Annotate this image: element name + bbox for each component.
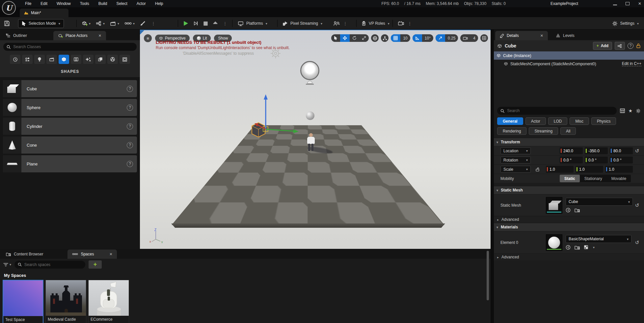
search-spaces-field[interactable] [14, 261, 85, 269]
category-cameras[interactable] [71, 55, 81, 64]
tab-outliner[interactable]: Outliner [1, 31, 32, 40]
space-card-ecommerce[interactable]: ECommerce [88, 280, 129, 323]
space-card-medieval-castle[interactable]: Medieval Castle [45, 280, 86, 323]
tab-main-level[interactable]: Main* [20, 9, 68, 17]
menu-file[interactable]: File [21, 0, 35, 7]
tab-content-browser[interactable]: Content Browser [1, 250, 48, 259]
browse-to-asset-icon[interactable] [575, 208, 580, 213]
scale-z-field[interactable]: 1.0 [605, 166, 633, 173]
selection-mode-dropdown[interactable]: Selection Mode ▾ [18, 19, 64, 28]
display-settings-icon[interactable] [620, 108, 625, 113]
tab-levels[interactable]: Levels [551, 31, 579, 40]
filter-all[interactable]: All [560, 127, 576, 135]
unreal-logo[interactable]: U [2, 1, 16, 15]
filter-streaming[interactable]: Streaming [529, 127, 558, 135]
unlock-icon[interactable] [636, 43, 641, 48]
sequencer-button[interactable]: ▾ [124, 21, 135, 25]
stop-button[interactable] [203, 21, 208, 26]
rotation-y-field[interactable]: 0.0 ° [585, 157, 608, 163]
tab-details[interactable]: Details ✕ [495, 31, 548, 40]
add-component-button[interactable]: + Add [593, 42, 612, 50]
rotation-x-field[interactable]: 0.0 ° [560, 157, 583, 163]
search-classes-field[interactable] [3, 43, 137, 51]
use-selected-icon[interactable] [566, 208, 571, 213]
settings-dropdown[interactable]: Settings ▾ [612, 17, 639, 30]
save-button[interactable] [4, 17, 10, 30]
close-icon[interactable]: ✕ [109, 252, 112, 256]
help-icon[interactable]: ? [127, 142, 133, 148]
filter-physics[interactable]: Physics [591, 117, 616, 125]
grid-snap-toggle[interactable] [391, 34, 400, 42]
category-lights[interactable] [34, 55, 45, 64]
pixel-streaming-dropdown[interactable]: Pixel Streaming ▾ [282, 17, 322, 30]
category-shapes[interactable] [59, 55, 69, 64]
filter-general[interactable]: General [497, 117, 523, 125]
list-item-sphere[interactable]: Sphere ? [3, 99, 137, 116]
category-all-classes[interactable] [120, 55, 130, 64]
scale-lock-icon[interactable] [535, 167, 540, 172]
edit-in-cpp-link[interactable]: Edit in C++ [622, 61, 641, 66]
filter-rendering[interactable]: Rendering [497, 127, 526, 135]
materials-section-header[interactable]: ▾ Materials [494, 223, 644, 231]
transform-section-header[interactable]: ▾ Transform [494, 138, 644, 146]
space-card-test-space[interactable]: Test Space [3, 280, 43, 323]
menu-build[interactable]: Build [94, 0, 111, 7]
paint-mode-button[interactable] [140, 21, 146, 26]
close-icon[interactable]: ✕ [540, 34, 543, 38]
blueprints-button[interactable]: ▾ [96, 21, 105, 26]
reset-static-mesh-icon[interactable]: ↺ [633, 202, 641, 208]
world-space-toggle[interactable] [371, 34, 379, 42]
static-mesh-advanced-row[interactable]: ▸ Advanced [494, 216, 644, 223]
rotation-snap-value[interactable]: 10° [422, 34, 433, 42]
list-item-cylinder[interactable]: Cylinder ? [3, 118, 137, 135]
add-actor-button[interactable]: ▾ [82, 20, 91, 26]
rotate-tool[interactable] [350, 34, 359, 42]
location-dropdown[interactable]: Location ▾ [500, 147, 531, 154]
gear-icon[interactable] [636, 108, 641, 113]
static-mesh-section-header[interactable]: ▾ Static Mesh [494, 186, 644, 194]
category-geometry[interactable] [95, 55, 106, 64]
scale-tool[interactable] [359, 34, 369, 42]
viewport-menu-button[interactable]: ≡ [144, 34, 152, 42]
edit-blueprint-button[interactable] [615, 42, 625, 50]
skip-frame-button[interactable] [193, 21, 199, 26]
close-icon[interactable]: ✕ [98, 34, 101, 38]
location-y-field[interactable]: -350.0 [585, 147, 608, 154]
reset-location-icon[interactable]: ↺ [633, 148, 641, 154]
rotation-z-field[interactable]: 0.0 ° [610, 157, 633, 163]
panel-divider[interactable] [491, 30, 494, 323]
selected-cube-actor[interactable] [242, 90, 308, 143]
mobility-stationary[interactable]: Stationary [580, 175, 607, 182]
vp-roles-dropdown[interactable]: VP Roles ▾ [362, 17, 389, 30]
list-item-cube[interactable]: Cube ? [3, 80, 137, 97]
camera-speed-value[interactable]: 4 [470, 34, 478, 42]
scale-snap-toggle[interactable] [436, 34, 445, 42]
menu-tools[interactable]: Tools [76, 0, 93, 7]
material-thumbnail[interactable] [546, 234, 562, 251]
drawer-scrollbar[interactable] [487, 251, 489, 300]
location-z-field[interactable]: 80.0 [610, 147, 633, 154]
static-mesh-asset-dropdown[interactable]: Cube ▾ [566, 198, 633, 206]
help-icon[interactable]: ? [127, 86, 133, 92]
filter-lod[interactable]: LOD [548, 117, 568, 125]
materials-advanced-row[interactable]: ▸ Advanced [494, 253, 644, 260]
list-item-cone[interactable]: Cone ? [3, 136, 137, 154]
category-volumes[interactable] [107, 55, 118, 64]
virtual-camera-icon[interactable] [398, 21, 404, 26]
category-basic[interactable] [22, 55, 33, 64]
scale-snap-value[interactable]: 0.25 [445, 34, 458, 42]
menu-select[interactable]: Select [112, 0, 131, 7]
platforms-dropdown[interactable]: Platforms ▾ [238, 17, 267, 30]
list-item-plane[interactable]: Plane ? [3, 155, 137, 172]
category-visual-effects[interactable] [83, 55, 94, 64]
add-space-button[interactable]: + [89, 260, 102, 269]
mobility-movable[interactable]: Movable [607, 175, 631, 182]
collaboration-icon[interactable] [333, 21, 340, 26]
component-row-static-mesh[interactable]: StaticMeshComponent (StaticMeshComponent… [494, 60, 644, 68]
scale-y-field[interactable]: 1.0 [576, 166, 603, 173]
reset-material-icon[interactable]: ↺ [633, 240, 641, 246]
restore-icon[interactable] [626, 2, 630, 5]
minimize-icon[interactable] [613, 2, 617, 5]
gizmo-z-arrow[interactable] [264, 94, 268, 129]
menu-help[interactable]: Help [151, 0, 167, 7]
